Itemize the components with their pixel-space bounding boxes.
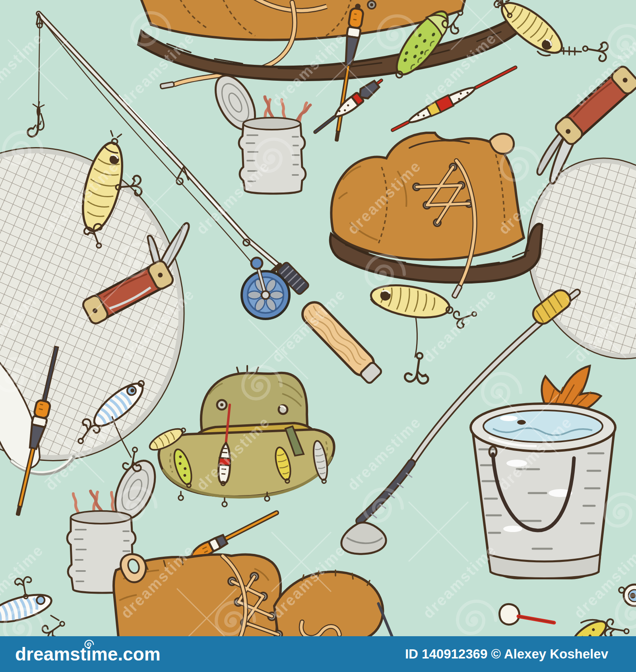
fishing-pattern-illustration: dreamstimedreamstimedreamstimedreamstime… [0, 0, 636, 636]
dreamstime-spiral-icon [82, 639, 94, 651]
stock-image-preview: dreamstimedreamstimedreamstimedreamstime… [0, 0, 636, 672]
footer-credit: ID 140912369 © Alexey Koshelev [405, 647, 608, 662]
footer-brand: dreamstime.com [15, 643, 161, 665]
footer-bar: dreamstime.com ID 140912369 © Alexey Kos… [0, 636, 636, 672]
